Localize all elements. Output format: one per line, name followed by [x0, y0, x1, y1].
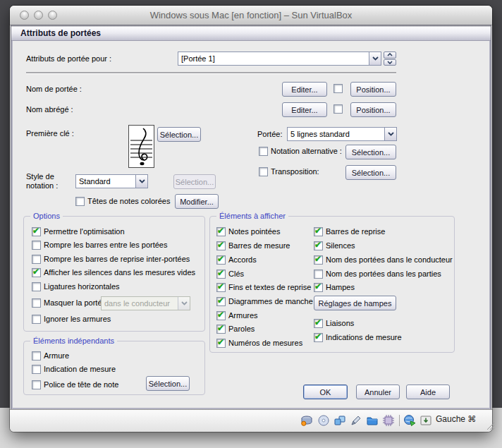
staff-name-position-button[interactable]: Position...: [350, 82, 396, 97]
checkbox-box[interactable]: [32, 365, 41, 374]
optical-drive-icon[interactable]: [317, 414, 330, 427]
checkbox-indications-mesure[interactable]: Indications de mesure: [314, 333, 402, 342]
checkbox-box[interactable]: [216, 325, 226, 334]
checkbox-box[interactable]: [314, 227, 323, 236]
checkbox-box[interactable]: [75, 197, 85, 206]
staff-for-combo[interactable]: [Portée 1]: [178, 52, 381, 66]
dialog-titlebar[interactable]: Attributs de portées: [11, 25, 491, 41]
checkbox-nom-parties[interactable]: Nom des portées dans les parties: [314, 270, 441, 279]
checkbox-box[interactable]: [216, 339, 226, 348]
help-button[interactable]: Aide: [406, 385, 450, 399]
checkbox-masquer-portee[interactable]: Masquer la portée: [32, 298, 106, 308]
zoom-icon[interactable]: [48, 11, 57, 20]
checkbox-box[interactable]: [333, 84, 343, 93]
checkbox-box[interactable]: [32, 380, 41, 389]
checkbox-box[interactable]: [333, 104, 343, 114]
staff-name-checkbox[interactable]: [333, 84, 343, 93]
checkbox-indication-mesure[interactable]: Indication de mesure: [32, 365, 116, 374]
mac-titlebar[interactable]: Windows sous Mac [en fonction] – Sun Vir…: [10, 6, 492, 25]
colored-noteheads-checkbox[interactable]: Têtes de notes colorées: [75, 197, 170, 206]
checkbox-box[interactable]: [216, 297, 226, 306]
checkbox-box[interactable]: [216, 283, 226, 292]
usb-devices-icon[interactable]: [350, 414, 362, 427]
abbr-name-position-button[interactable]: Position...: [350, 102, 396, 117]
checkbox-box[interactable]: [314, 333, 323, 342]
minimize-icon[interactable]: [34, 11, 43, 20]
abbr-name-checkbox[interactable]: [333, 104, 343, 114]
checkbox-paroles[interactable]: Paroles: [216, 325, 255, 334]
transposition-select-button[interactable]: Sélection...: [345, 165, 396, 180]
checkbox-box[interactable]: [314, 283, 323, 292]
alt-notation-select-button[interactable]: Sélection...: [345, 145, 396, 159]
checkbox-box[interactable]: [32, 227, 41, 236]
checkbox-fins-textes-reprise[interactable]: Fins et textes de reprise: [216, 283, 311, 292]
checkbox-permettre-optimisation[interactable]: Permettre l'optimisation: [32, 227, 125, 236]
checkbox-diagrammes-manche[interactable]: Diagrammes de manche: [216, 297, 313, 306]
ok-button[interactable]: OK: [303, 385, 348, 399]
shared-folders-icon[interactable]: [366, 414, 379, 427]
checkbox-nom-conducteur[interactable]: Nom des portées dans le conducteur: [314, 255, 453, 265]
checkbox-ligatures-horizontales[interactable]: Ligatures horizontales: [32, 282, 120, 291]
staff-name-edit-button[interactable]: Editer...: [282, 82, 327, 97]
checkbox-liaisons[interactable]: Liaisons: [314, 319, 354, 328]
checkbox-box[interactable]: [32, 268, 41, 277]
checkbox-box[interactable]: [314, 241, 323, 250]
checkbox-rompre-barres-reprise[interactable]: Rompre les barres de reprise inter-porté…: [32, 255, 190, 264]
notation-style-combo[interactable]: Standard: [75, 174, 148, 188]
checkbox-notes-pointees[interactable]: Notes pointées: [216, 227, 280, 236]
checkbox-box[interactable]: [259, 147, 268, 156]
resize-grip-icon[interactable]: [485, 420, 495, 432]
checkbox-box[interactable]: [216, 241, 226, 250]
checkbox-accords[interactable]: Accords: [216, 255, 257, 265]
checkbox-box[interactable]: [216, 227, 226, 236]
alt-notation-checkbox[interactable]: Notation alternative :: [259, 147, 342, 156]
checkbox-box[interactable]: [32, 241, 41, 250]
stem-settings-button[interactable]: Réglages de hampes: [314, 296, 396, 310]
network-activity-icon[interactable]: [403, 414, 416, 427]
spinner-down-icon[interactable]: [384, 59, 396, 66]
staff-type-combo[interactable]: 5 lignes standard: [287, 127, 397, 141]
abbr-name-edit-button[interactable]: Editer...: [282, 102, 327, 117]
cancel-button[interactable]: Annuler: [356, 385, 400, 399]
checkbox-ignorer-armures[interactable]: Ignorer les armures: [32, 315, 111, 324]
checkbox-box[interactable]: [259, 167, 268, 176]
checkbox-label: Barres de mesure: [228, 241, 290, 250]
checkbox-box[interactable]: [216, 255, 226, 265]
spinner-up-icon[interactable]: [384, 52, 396, 59]
checkbox-silences[interactable]: Silences: [314, 241, 355, 250]
modify-button[interactable]: Modifier...: [175, 194, 219, 209]
guest-display-icon[interactable]: [420, 414, 432, 427]
checkbox-barres-mesure[interactable]: Barres de mesure: [216, 241, 290, 250]
checkbox-box[interactable]: [32, 282, 41, 291]
checkbox-rompre-barres[interactable]: Rompre les barres entre les portées: [32, 241, 167, 250]
checkbox-cles[interactable]: Clés: [216, 270, 244, 279]
transposition-checkbox[interactable]: Transposition:: [259, 167, 319, 176]
checkbox-barres-reprise[interactable]: Barres de reprise: [314, 227, 385, 236]
checkbox-armure[interactable]: Armure: [32, 351, 69, 361]
checkbox-box[interactable]: [314, 319, 323, 328]
notehead-font-select-button[interactable]: Sélection...: [146, 376, 190, 391]
network-adapters-icon[interactable]: [333, 414, 346, 427]
virtualization-chip-icon[interactable]: [382, 414, 395, 427]
checkbox-label: Rompre les barres de reprise inter-porté…: [44, 255, 190, 264]
checkbox-armures-display[interactable]: Armures: [216, 311, 258, 320]
checkbox-box[interactable]: [32, 351, 41, 361]
checkbox-box[interactable]: [32, 315, 41, 324]
checkbox-numeros-mesures[interactable]: Numéros de mesures: [216, 339, 302, 348]
checkbox-box[interactable]: [314, 270, 323, 279]
checkbox-afficher-silences[interactable]: Afficher les silences dans les mesures v…: [32, 268, 195, 277]
checkbox-box[interactable]: [314, 255, 323, 265]
checkbox-box[interactable]: [216, 270, 226, 279]
close-icon[interactable]: [20, 11, 29, 20]
abbr-name-label: Nom abrégé :: [26, 105, 73, 114]
checkbox-hampes[interactable]: Hampes: [314, 283, 355, 292]
chevron-down-icon[interactable]: [369, 52, 381, 65]
checkbox-police-tete-note[interactable]: Police de tête de note: [32, 380, 118, 389]
checkbox-box[interactable]: [216, 311, 226, 320]
checkbox-box[interactable]: [32, 255, 41, 264]
chevron-down-icon[interactable]: [384, 128, 396, 140]
checkbox-box[interactable]: [32, 298, 41, 308]
chevron-down-icon[interactable]: [135, 175, 147, 188]
clef-select-button[interactable]: Sélection...: [157, 127, 201, 142]
hard-disks-icon[interactable]: [300, 414, 313, 427]
